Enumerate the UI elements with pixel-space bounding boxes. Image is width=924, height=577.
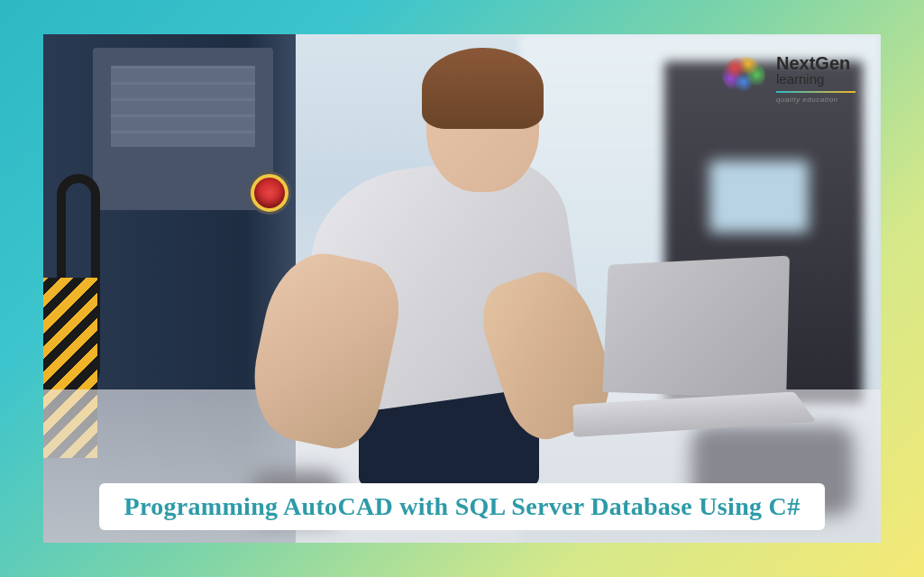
course-hero-image: NextGen learning quality education	[43, 34, 881, 543]
monitor-blurred	[709, 160, 809, 233]
machine-control-panel	[93, 48, 273, 210]
gradient-frame: NextGen learning quality education Progr…	[0, 0, 924, 577]
laptop-screen	[603, 255, 790, 398]
figure-hair	[422, 48, 544, 129]
nextgen-logo: NextGen learning quality education	[722, 54, 855, 104]
keypad-grid	[111, 66, 255, 147]
course-title: Programming AutoCAD with SQL Server Data…	[124, 492, 800, 521]
logo-brand-secondary: learning	[776, 72, 855, 87]
logo-underline	[776, 91, 855, 93]
brain-icon	[722, 57, 765, 100]
course-title-banner: Programming AutoCAD with SQL Server Data…	[99, 483, 826, 530]
logo-brand-primary: NextGen	[776, 53, 850, 73]
logo-text-block: NextGen learning quality education	[776, 54, 855, 104]
logo-brand-line: NextGen	[776, 54, 855, 72]
laptop	[556, 260, 791, 422]
logo-tagline: quality education	[776, 96, 855, 104]
